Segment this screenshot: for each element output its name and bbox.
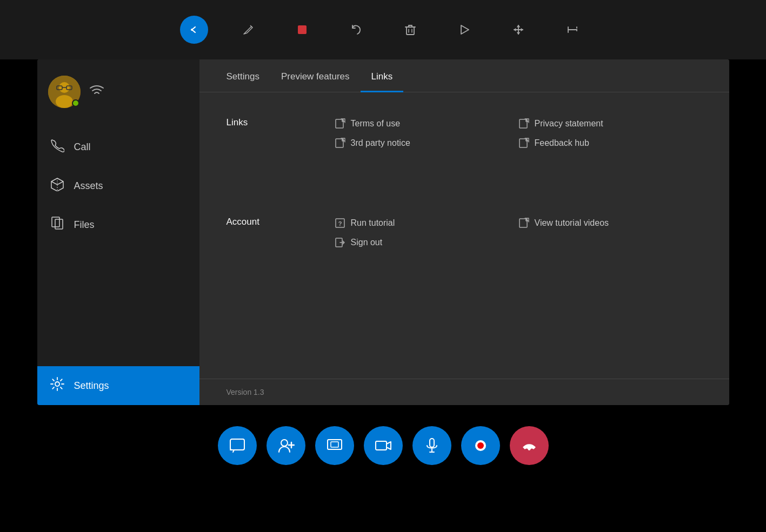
bottom-toolbar (0, 410, 766, 481)
chat-button[interactable] (218, 426, 257, 465)
sidebar-nav: Call Assets (37, 119, 199, 366)
svg-rect-15 (52, 217, 59, 227)
account-col2: View tutorial videos (518, 213, 702, 297)
svg-point-37 (281, 440, 288, 446)
svg-rect-40 (328, 440, 342, 449)
version-text: Version 1.3 (227, 388, 264, 396)
file-icon (50, 216, 64, 233)
profile-section (37, 59, 199, 119)
svg-marker-6 (461, 25, 469, 34)
privacy-link[interactable]: Privacy statement (518, 114, 702, 133)
svg-rect-2 (298, 25, 307, 34)
account-section-label: Account (227, 213, 335, 297)
svg-rect-42 (376, 441, 387, 450)
files-label: Files (74, 219, 95, 231)
main-area: Call Assets (37, 59, 729, 405)
svg-rect-36 (230, 439, 244, 450)
hangup-button[interactable] (510, 426, 549, 465)
sidebar: Call Assets (37, 59, 199, 405)
sidebar-bottom: Settings (37, 366, 199, 405)
view-tutorial-link[interactable]: View tutorial videos (518, 213, 702, 233)
move-button[interactable] (504, 16, 532, 44)
stop-button[interactable] (288, 16, 316, 44)
svg-point-0 (189, 24, 199, 35)
sidebar-item-settings[interactable]: Settings (37, 366, 199, 405)
content-body: Links Terms of use (199, 92, 729, 379)
svg-text:?: ? (338, 220, 342, 227)
avatar (48, 76, 81, 108)
delete-button[interactable] (396, 16, 424, 44)
sidebar-item-call[interactable]: Call (37, 130, 199, 164)
svg-point-1 (191, 29, 193, 31)
screen-share-button[interactable] (315, 426, 354, 465)
links-col1: Terms of use 3rd party notice (335, 114, 518, 197)
svg-rect-41 (331, 442, 338, 447)
add-person-button[interactable] (267, 426, 305, 465)
wifi-icon (89, 84, 104, 100)
camera-button[interactable] (364, 426, 403, 465)
tab-bar: Settings Preview features Links (199, 59, 729, 92)
record-button[interactable] (461, 426, 500, 465)
settings-icon (50, 377, 64, 394)
sign-out-link[interactable]: Sign out (335, 233, 518, 252)
assets-label: Assets (74, 180, 103, 192)
tab-preview[interactable]: Preview features (270, 59, 361, 92)
play-button[interactable] (450, 16, 478, 44)
sidebar-item-assets[interactable]: Assets (37, 169, 199, 203)
top-toolbar (0, 0, 766, 59)
settings-label: Settings (74, 380, 109, 392)
svg-rect-3 (407, 27, 414, 35)
account-col1: ? Run tutorial Sign out (335, 213, 518, 297)
sidebar-item-files[interactable]: Files (37, 207, 199, 242)
version-bar: Version 1.3 (199, 379, 729, 405)
online-indicator (72, 99, 79, 107)
links-col2: Privacy statement Feedback hub (518, 114, 702, 197)
svg-point-17 (55, 382, 59, 386)
content-panel: Settings Preview features Links Links (199, 59, 729, 405)
svg-point-47 (477, 442, 484, 449)
feedback-link[interactable]: Feedback hub (518, 133, 702, 153)
svg-rect-16 (55, 219, 63, 229)
pin-button[interactable] (558, 16, 587, 44)
tab-settings[interactable]: Settings (216, 59, 270, 92)
third-party-link[interactable]: 3rd party notice (335, 133, 518, 153)
svg-point-11 (56, 95, 73, 108)
mic-button[interactable] (412, 426, 451, 465)
pencil-button[interactable] (234, 16, 262, 44)
run-tutorial-link[interactable]: ? Run tutorial (335, 213, 518, 233)
phone-icon (50, 138, 64, 156)
links-section-label: Links (227, 114, 335, 197)
back-button[interactable] (180, 16, 208, 44)
cube-icon (50, 177, 64, 194)
svg-rect-43 (430, 439, 434, 447)
tab-links[interactable]: Links (361, 59, 404, 92)
terms-of-use-link[interactable]: Terms of use (335, 114, 518, 133)
call-label: Call (74, 142, 91, 153)
undo-button[interactable] (342, 16, 370, 44)
